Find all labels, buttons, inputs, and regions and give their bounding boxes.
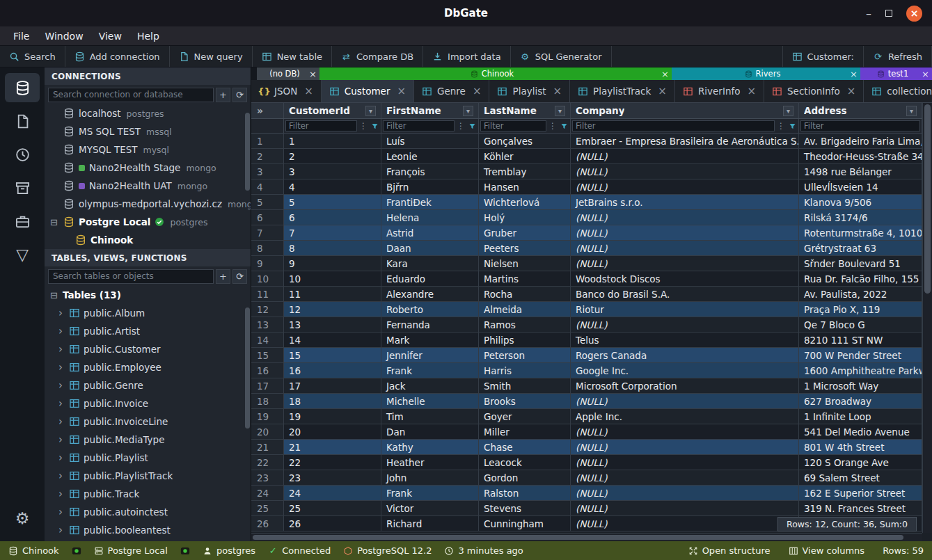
connection-item-nano2health-uat[interactable]: Nano2Health UATmongo — [45, 177, 251, 195]
cell-customerid[interactable]: 17 — [284, 378, 381, 393]
cell-customerid[interactable]: 10 — [284, 271, 381, 286]
connection-item-ms-sql-test[interactable]: MS SQL TESTmssql — [45, 122, 251, 141]
tab-genre[interactable]: Genre× — [414, 80, 489, 102]
chevron-right-icon[interactable]: › — [58, 308, 65, 319]
chevron-right-icon[interactable]: › — [58, 453, 65, 463]
cell-lastname[interactable]: Ramos — [479, 317, 571, 332]
chevron-right-icon[interactable]: › — [58, 435, 65, 445]
cell-firstname[interactable]: Leonie — [381, 149, 479, 163]
cell-lastname[interactable]: Tremblay — [479, 164, 571, 179]
cell-customerid[interactable]: 2 — [284, 149, 381, 163]
chevron-right-icon[interactable]: › — [58, 525, 65, 536]
status-view-columns[interactable]: View columns — [789, 545, 865, 556]
cell-firstname[interactable]: Kara — [381, 256, 479, 271]
cell-firstname[interactable]: Daan — [381, 241, 479, 255]
table-row[interactable]: 1717JackSmithMicrosoft Corporation1 Micr… — [251, 378, 922, 394]
cell-address[interactable]: 541 Del Medio Avenue — [799, 424, 922, 439]
cell-lastname[interactable]: Peterson — [479, 348, 571, 362]
cell-address[interactable]: 120 S Orange Ave — [799, 455, 922, 470]
filter-input-address[interactable] — [800, 120, 920, 131]
grid-vertical-scrollbar[interactable] — [922, 103, 932, 533]
table-row[interactable]: 2020DanMiller(NULL)541 Del Medio Avenue — [251, 424, 922, 440]
filter-input-firstname[interactable] — [383, 120, 455, 131]
cell-lastname[interactable]: Wichterlová — [479, 195, 571, 209]
cell-lastname[interactable]: Ralston — [479, 486, 571, 500]
table-item-public-employee[interactable]: ›public.Employee — [45, 358, 251, 376]
connection-item-chinook[interactable]: Chinook — [45, 231, 251, 249]
cell-customerid[interactable]: 15 — [284, 348, 381, 362]
close-icon[interactable]: × — [473, 86, 482, 97]
column-header-address[interactable]: Address▾ — [799, 103, 922, 118]
table-row[interactable]: 88DaanPeeters(NULL)Grétrystraat 63 — [251, 241, 922, 256]
cell-address[interactable]: Klanova 9/506 — [799, 195, 922, 209]
toolbar-button-search[interactable]: Search — [0, 46, 65, 67]
toolbar-button-new-table[interactable]: New table — [253, 46, 332, 67]
table-row[interactable]: 2121KathyChase(NULL)801 W 4th Street — [251, 440, 922, 455]
cell-lastname[interactable]: Miller — [479, 424, 571, 439]
cell-lastname[interactable]: Cunningham — [479, 516, 571, 531]
table-row[interactable]: 1414MarkPhilipsTelus8210 111 ST NW — [251, 333, 922, 348]
table-row[interactable]: 11LuísGonçalvesEmbraer - Empresa Brasile… — [251, 134, 922, 149]
cell-firstname[interactable]: Mark — [381, 333, 479, 347]
table-row[interactable]: 33FrançoisTremblay(NULL)1498 rue Bélange… — [251, 164, 922, 179]
cell-customerid[interactable]: 23 — [284, 470, 381, 485]
cell-firstname[interactable]: Frank — [381, 486, 479, 500]
cell-address[interactable]: 700 W Pender Street — [799, 348, 922, 362]
close-icon[interactable]: × — [397, 86, 406, 97]
cell-customerid[interactable]: 20 — [284, 424, 381, 439]
table-row[interactable]: 1313FernandaRamos(NULL)Qe 7 Bloco G — [251, 317, 922, 333]
cell-customerid[interactable]: 3 — [284, 164, 381, 179]
tables-scrollbar[interactable] — [245, 287, 250, 540]
table-row[interactable]: 1919TimGoyerApple Inc.1 Infinite Loop — [251, 409, 922, 424]
cell-customerid[interactable]: 7 — [284, 225, 381, 240]
close-icon[interactable]: × — [922, 70, 929, 79]
scrollbar-thumb[interactable] — [245, 113, 250, 191]
cell-address[interactable]: Praça Pio X, 119 — [799, 302, 922, 317]
cell-customerid[interactable]: 18 — [284, 394, 381, 408]
table-item-public-playlisttrack[interactable]: ›public.PlaylistTrack — [45, 467, 251, 485]
cell-firstname[interactable]: Bjřrn — [381, 179, 479, 194]
cell-firstname[interactable]: Victor — [381, 501, 479, 515]
scrollbar-thumb[interactable] — [924, 104, 931, 294]
cell-company[interactable]: (NULL) — [571, 486, 799, 500]
settings-gear-button[interactable]: ⚙ — [5, 504, 40, 533]
column-header-company[interactable]: Company▾ — [571, 103, 799, 118]
toolbar-button-refresh[interactable]: ⟳Refresh — [864, 46, 932, 67]
cell-firstname[interactable]: Luís — [381, 134, 479, 148]
add-connection-small-button[interactable]: + — [216, 88, 230, 102]
maximize-button[interactable] — [885, 10, 892, 17]
cell-lastname[interactable]: Goyer — [479, 409, 571, 424]
cell-customerid[interactable]: 8 — [284, 241, 381, 255]
grid-horizontal-scrollbar[interactable] — [251, 533, 922, 541]
cell-company[interactable]: Microsoft Corporation — [571, 378, 799, 393]
cell-firstname[interactable]: Kathy — [381, 440, 479, 454]
db-tab-group-rivers[interactable]: Rivers× — [672, 67, 860, 80]
table-item-public-invoice[interactable]: ›public.Invoice — [45, 394, 251, 413]
tab-json[interactable]: {}JSON× — [251, 80, 322, 102]
cell-company[interactable]: (NULL) — [571, 164, 799, 179]
cell-customerid[interactable]: 5 — [284, 195, 381, 209]
chevron-right-icon[interactable]: › — [58, 381, 65, 391]
table-row[interactable]: 2424FrankRalston(NULL)162 E Superior Str… — [251, 486, 922, 501]
cell-lastname[interactable]: Köhler — [479, 149, 571, 163]
funnel-icon[interactable] — [559, 121, 569, 131]
cell-firstname[interactable]: Roberto — [381, 302, 479, 317]
cell-company[interactable]: (NULL) — [571, 455, 799, 470]
status-open-structure[interactable]: Open structure — [688, 545, 771, 556]
db-tab-group-no-db[interactable]: (no DB)× — [257, 67, 319, 80]
cell-lastname[interactable]: Nielsen — [479, 256, 571, 271]
cell-address[interactable]: Grétrystraat 63 — [799, 241, 922, 255]
table-row[interactable]: 66HelenaHolý(NULL)Rilská 3174/6 — [251, 210, 922, 225]
chevron-right-icon[interactable]: › — [58, 417, 65, 427]
tab-playlisttrack[interactable]: PlaylistTrack× — [570, 80, 675, 102]
column-header-customerid[interactable]: CustomerId▾ — [284, 103, 381, 118]
cell-customerid[interactable]: 11 — [284, 287, 381, 301]
menu-window[interactable]: Window — [37, 31, 90, 42]
cell-company[interactable]: Woodstock Discos — [571, 271, 799, 286]
toolbar-button-new-query[interactable]: New query — [170, 46, 253, 67]
table-item-public-playlist[interactable]: ›public.Playlist — [45, 449, 251, 467]
cell-customerid[interactable]: 25 — [284, 501, 381, 515]
cell-lastname[interactable]: Leacock — [479, 455, 571, 470]
sidebar-widget-briefcase-button[interactable] — [5, 207, 40, 236]
chevron-right-icon[interactable]: › — [58, 507, 65, 518]
